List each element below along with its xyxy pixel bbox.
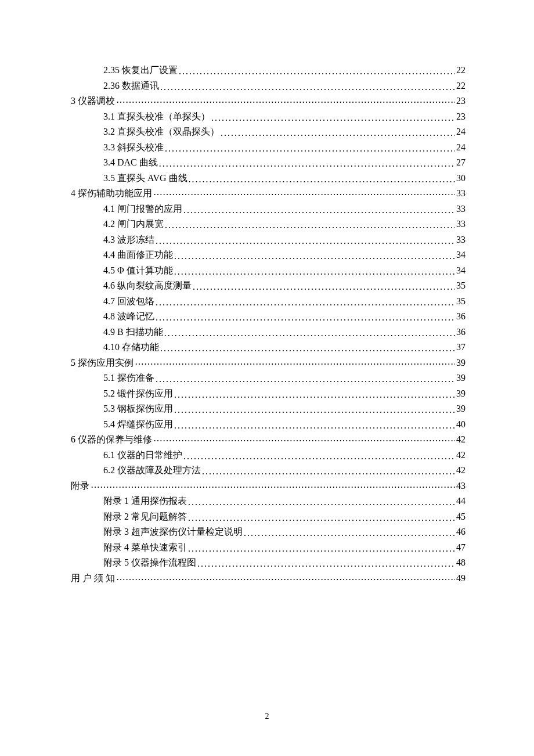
- toc-entry: 4.10 存储功能37: [71, 340, 466, 355]
- toc-leader-dots: [197, 556, 455, 572]
- toc-leader-dots: [153, 433, 455, 449]
- toc-entry-label: 5.2 锻件探伤应用: [103, 386, 173, 402]
- toc-entry: 附录 4 菜单快速索引47: [71, 540, 466, 556]
- toc-leader-dots: [189, 172, 455, 188]
- toc-entry-page: 47: [456, 540, 466, 556]
- toc-entry-label: 3 仪器调校: [71, 93, 115, 109]
- toc-entry: 5.2 锻件探伤应用39: [71, 386, 466, 402]
- toc-entry-label: 4.8 波峰记忆: [103, 309, 154, 325]
- toc-entry-page: 46: [456, 524, 466, 540]
- toc-leader-dots: [116, 95, 455, 110]
- toc-entry-page: 33: [456, 217, 466, 232]
- toc-leader-dots: [174, 249, 455, 264]
- toc-entry-page: 34: [456, 263, 466, 279]
- toc-entry-label: 4.3 波形冻结: [103, 232, 154, 248]
- toc-entry: 4.6 纵向裂纹高度测量35: [71, 278, 466, 294]
- toc-leader-dots: [183, 203, 455, 218]
- toc-entry: 3.4 DAC 曲线27: [71, 155, 466, 171]
- toc-entry-page: 23: [456, 109, 466, 125]
- toc-entry: 6.2 仪器故障及处理方法42: [71, 463, 466, 478]
- toc-entry: 3 仪器调校23: [71, 93, 466, 109]
- toc-entry: 附录 3 超声波探伤仪计量检定说明46: [71, 524, 466, 540]
- toc-entry-page: 27: [456, 155, 466, 171]
- toc-entry: 4.8 波峰记忆36: [71, 309, 466, 325]
- toc-leader-dots: [174, 418, 455, 434]
- toc-entry-label: 附录 2 常见问题解答: [103, 509, 187, 525]
- toc-entry-label: 用 户 须 知: [71, 571, 115, 586]
- toc-entry-label: 附录: [71, 478, 89, 494]
- toc-entry-page: 42: [456, 432, 466, 448]
- toc-entry-page: 22: [456, 78, 466, 94]
- toc-leader-dots: [174, 402, 455, 418]
- toc-entry-page: 35: [456, 278, 466, 294]
- toc-entry-label: 5.4 焊缝探伤应用: [103, 417, 173, 433]
- toc-entry-page: 23: [456, 93, 466, 109]
- toc-entry-label: 4.6 纵向裂纹高度测量: [103, 278, 192, 294]
- toc-entry-page: 24: [456, 124, 466, 140]
- toc-entry-label: 附录 5 仪器操作流程图: [103, 555, 196, 571]
- toc-leader-dots: [174, 264, 455, 280]
- toc-entry-label: 附录 1 通用探伤报表: [103, 494, 187, 509]
- toc-leader-dots: [183, 449, 455, 465]
- toc-container: 2.35 恢复出厂设置222.36 数据通讯223 仪器调校233.1 直探头校…: [71, 63, 466, 586]
- toc-entry: 5.1 探伤准备39: [71, 370, 466, 386]
- toc-entry-label: 2.36 数据通讯: [103, 78, 159, 94]
- toc-entry-page: 33: [456, 201, 466, 217]
- toc-entry-page: 22: [456, 63, 466, 78]
- toc-leader-dots: [156, 372, 455, 387]
- toc-entry: 附录 1 通用探伤报表44: [71, 494, 466, 509]
- toc-leader-dots: [188, 495, 455, 510]
- toc-entry-label: 6.1 仪器的日常维护: [103, 448, 182, 463]
- toc-entry-label: 4.1 闸门报警的应用: [103, 201, 182, 217]
- page-number: 2: [0, 712, 534, 721]
- toc-entry-label: 附录 3 超声波探伤仪计量检定说明: [103, 524, 243, 540]
- toc-leader-dots: [193, 279, 455, 295]
- toc-entry-label: 6.2 仪器故障及处理方法: [103, 463, 201, 478]
- toc-entry-page: 36: [456, 325, 466, 340]
- toc-entry: 4.9 B 扫描功能36: [71, 325, 466, 340]
- toc-entry: 5.3 钢板探伤应用39: [71, 401, 466, 417]
- toc-entry-page: 39: [456, 355, 466, 371]
- toc-entry-page: 49: [456, 571, 466, 586]
- toc-leader-dots: [135, 357, 455, 372]
- toc-entry-label: 4.7 回波包络: [103, 294, 154, 309]
- toc-entry-label: 3.1 直探头校准（单探头）: [103, 109, 210, 125]
- toc-leader-dots: [202, 464, 455, 480]
- toc-entry: 用 户 须 知49: [71, 571, 466, 586]
- toc-entry-label: 4.2 闸门内展宽: [103, 217, 164, 232]
- toc-entry-page: 30: [456, 171, 466, 186]
- toc-entry: 4.4 曲面修正功能34: [71, 247, 466, 263]
- toc-entry-page: 34: [456, 247, 466, 263]
- toc-entry: 4 探伤辅助功能应用33: [71, 186, 466, 201]
- toc-leader-dots: [116, 572, 455, 588]
- toc-leader-dots: [164, 326, 455, 341]
- toc-entry: 3.1 直探头校准（单探头）23: [71, 109, 466, 125]
- toc-entry-page: 33: [456, 186, 466, 201]
- toc-leader-dots: [91, 480, 455, 495]
- toc-entry-page: 35: [456, 294, 466, 309]
- toc-leader-dots: [188, 510, 455, 526]
- toc-entry-label: 6 仪器的保养与维修: [71, 432, 152, 448]
- toc-entry: 4.7 回波包络35: [71, 294, 466, 309]
- toc-entry-page: 37: [456, 340, 466, 355]
- toc-entry: 附录43: [71, 478, 466, 494]
- toc-leader-dots: [174, 387, 455, 403]
- toc-entry-label: 4.9 B 扫描功能: [103, 325, 163, 340]
- toc-entry: 3.5 直探头 AVG 曲线30: [71, 171, 466, 186]
- toc-leader-dots: [165, 141, 455, 157]
- toc-entry: 3.2 直探头校准（双晶探头）24: [71, 124, 466, 140]
- toc-entry: 4.5 Φ 值计算功能34: [71, 263, 466, 279]
- toc-entry-label: 4 探伤辅助功能应用: [71, 186, 152, 201]
- toc-entry: 3.3 斜探头校准24: [71, 140, 466, 156]
- toc-entry-page: 39: [456, 370, 466, 386]
- toc-entry-page: 42: [456, 463, 466, 478]
- toc-leader-dots: [156, 233, 455, 249]
- toc-leader-dots: [153, 187, 455, 203]
- toc-entry-page: 45: [456, 509, 466, 525]
- toc-entry-label: 3.3 斜探头校准: [103, 140, 164, 156]
- toc-entry: 4.3 波形冻结33: [71, 232, 466, 248]
- toc-entry-page: 39: [456, 401, 466, 417]
- toc-entry-page: 44: [456, 494, 466, 509]
- toc-entry: 6.1 仪器的日常维护42: [71, 448, 466, 463]
- toc-entry-label: 3.4 DAC 曲线: [103, 155, 158, 171]
